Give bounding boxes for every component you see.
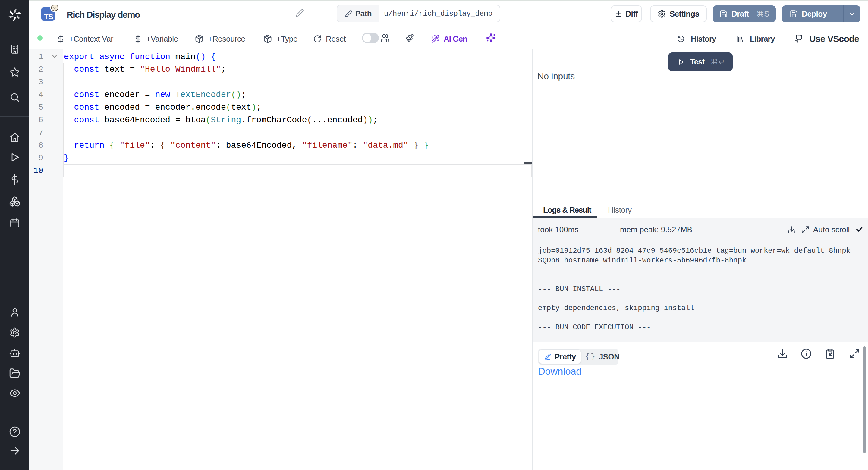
svg-text:TS: TS xyxy=(44,13,53,21)
